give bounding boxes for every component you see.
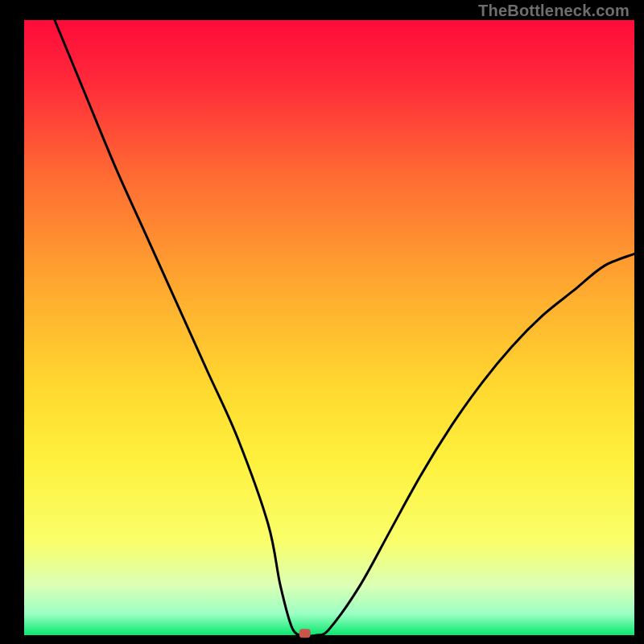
chart-svg — [0, 0, 644, 644]
plot-background — [24, 20, 634, 635]
optimum-marker — [299, 629, 311, 638]
chart-container: TheBottleneck.com — [0, 0, 644, 644]
watermark-label: TheBottleneck.com — [478, 2, 630, 20]
